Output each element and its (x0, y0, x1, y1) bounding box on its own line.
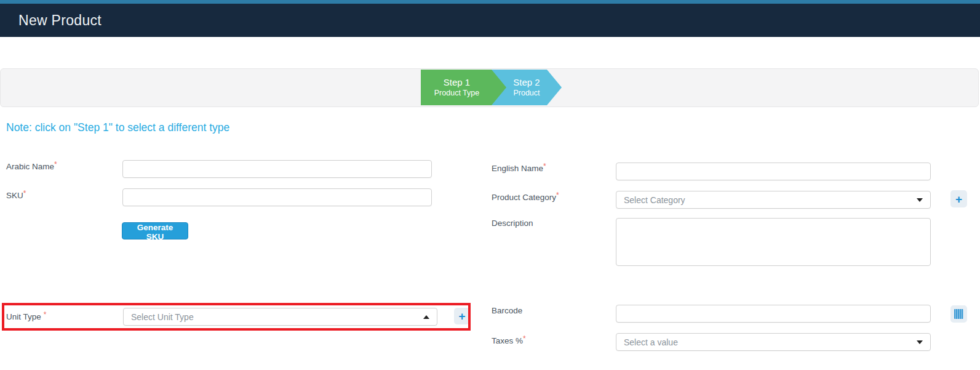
arabic-name-label: Arabic Name* (6, 162, 57, 171)
required-asterisk: * (54, 160, 57, 169)
required-asterisk: * (23, 189, 26, 198)
barcode-label: Barcode (492, 306, 522, 315)
required-asterisk: * (523, 334, 526, 343)
required-asterisk: * (44, 310, 47, 319)
note-text: Note: click on "Step 1" to select a diff… (6, 121, 229, 134)
step-1-subtitle: Product Type (434, 88, 479, 99)
step-2-subtitle: Product (513, 88, 540, 99)
page-title: New Product (18, 4, 102, 37)
taxes-select[interactable]: Select a value (616, 333, 931, 351)
product-category-label: Product Category* (492, 193, 559, 202)
english-name-label: English Name* (492, 164, 546, 173)
step-1-title: Step 1 (444, 76, 470, 88)
product-category-select[interactable]: Select Category (616, 191, 931, 209)
required-asterisk: * (556, 191, 559, 199)
taxes-label: Taxes %* (492, 336, 526, 345)
barcode-icon (954, 309, 963, 319)
generate-sku-button[interactable]: Generate SKU (122, 222, 188, 239)
unit-type-label: Unit Type* (6, 312, 46, 321)
chevron-up-icon (423, 315, 429, 319)
required-asterisk: * (543, 162, 546, 171)
wizard-step-1[interactable]: Step 1 Product Type (421, 70, 506, 105)
unit-type-selected-value: Select Unit Type (131, 312, 421, 322)
arabic-name-input[interactable] (122, 160, 432, 178)
step-2-title: Step 2 (513, 76, 540, 88)
page-header: New Product (0, 4, 980, 37)
chevron-down-icon (917, 340, 923, 344)
add-category-button[interactable]: + (950, 190, 967, 207)
description-label: Description (492, 219, 533, 228)
taxes-selected-value: Select a value (624, 337, 914, 347)
add-unit-type-button[interactable]: + (454, 308, 470, 324)
plus-icon: + (955, 193, 962, 205)
wizard-steps: Step 1 Product Type Step 2 Product (421, 70, 562, 105)
english-name-input[interactable] (616, 163, 931, 180)
barcode-input[interactable] (616, 305, 931, 323)
unit-type-select[interactable]: Select Unit Type (123, 308, 437, 326)
description-textarea[interactable] (616, 218, 931, 266)
plus-icon: + (458, 310, 465, 322)
product-category-selected-value: Select Category (624, 195, 914, 205)
chevron-down-icon (917, 198, 923, 202)
sku-input[interactable] (122, 188, 432, 206)
sku-label: SKU* (6, 191, 26, 200)
scan-barcode-button[interactable] (950, 305, 967, 323)
